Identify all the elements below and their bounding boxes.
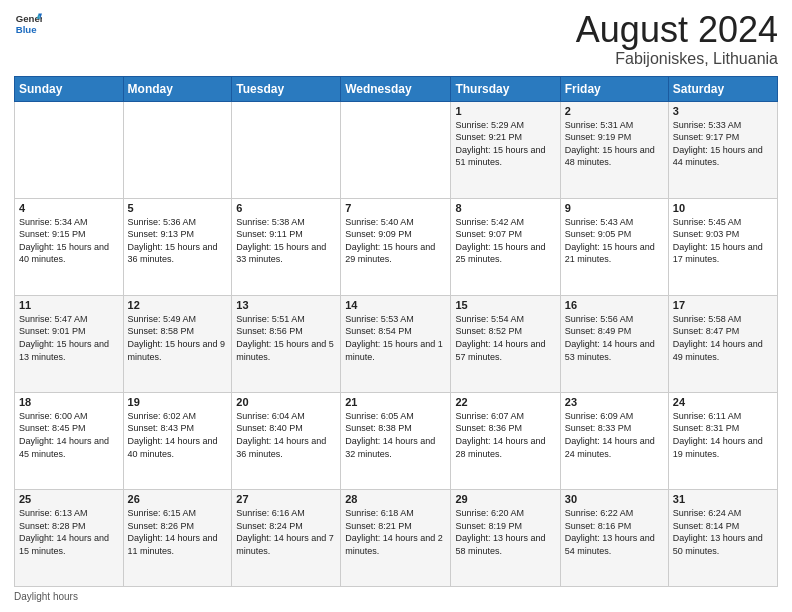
logo: General Blue: [14, 10, 42, 38]
day-info: Sunrise: 5:38 AM Sunset: 9:11 PM Dayligh…: [236, 216, 336, 266]
calendar-day-cell: 1Sunrise: 5:29 AM Sunset: 9:21 PM Daylig…: [451, 101, 560, 198]
day-info: Sunrise: 5:34 AM Sunset: 9:15 PM Dayligh…: [19, 216, 119, 266]
day-info: Sunrise: 5:58 AM Sunset: 8:47 PM Dayligh…: [673, 313, 773, 363]
day-number: 21: [345, 396, 446, 408]
day-number: 3: [673, 105, 773, 117]
day-info: Sunrise: 6:07 AM Sunset: 8:36 PM Dayligh…: [455, 410, 555, 460]
header-row: SundayMondayTuesdayWednesdayThursdayFrid…: [15, 76, 778, 101]
calendar-day-cell: 28Sunrise: 6:18 AM Sunset: 8:21 PM Dayli…: [341, 489, 451, 586]
calendar-day-cell: 26Sunrise: 6:15 AM Sunset: 8:26 PM Dayli…: [123, 489, 232, 586]
calendar-thead: SundayMondayTuesdayWednesdayThursdayFrid…: [15, 76, 778, 101]
day-info: Sunrise: 5:43 AM Sunset: 9:05 PM Dayligh…: [565, 216, 664, 266]
day-number: 10: [673, 202, 773, 214]
calendar-title: August 2024: [576, 10, 778, 50]
day-info: Sunrise: 6:16 AM Sunset: 8:24 PM Dayligh…: [236, 507, 336, 557]
calendar-day-cell: 29Sunrise: 6:20 AM Sunset: 8:19 PM Dayli…: [451, 489, 560, 586]
calendar-day-cell: [232, 101, 341, 198]
weekday-header: Tuesday: [232, 76, 341, 101]
day-number: 6: [236, 202, 336, 214]
calendar-day-cell: 5Sunrise: 5:36 AM Sunset: 9:13 PM Daylig…: [123, 198, 232, 295]
calendar-week-row: 1Sunrise: 5:29 AM Sunset: 9:21 PM Daylig…: [15, 101, 778, 198]
day-number: 29: [455, 493, 555, 505]
day-number: 11: [19, 299, 119, 311]
day-number: 22: [455, 396, 555, 408]
logo-icon: General Blue: [14, 10, 42, 38]
calendar-day-cell: 15Sunrise: 5:54 AM Sunset: 8:52 PM Dayli…: [451, 295, 560, 392]
day-info: Sunrise: 6:20 AM Sunset: 8:19 PM Dayligh…: [455, 507, 555, 557]
day-number: 23: [565, 396, 664, 408]
calendar-day-cell: 22Sunrise: 6:07 AM Sunset: 8:36 PM Dayli…: [451, 392, 560, 489]
day-number: 30: [565, 493, 664, 505]
day-number: 27: [236, 493, 336, 505]
calendar-day-cell: [15, 101, 124, 198]
day-number: 18: [19, 396, 119, 408]
day-info: Sunrise: 6:09 AM Sunset: 8:33 PM Dayligh…: [565, 410, 664, 460]
calendar-day-cell: 3Sunrise: 5:33 AM Sunset: 9:17 PM Daylig…: [668, 101, 777, 198]
day-number: 7: [345, 202, 446, 214]
day-number: 15: [455, 299, 555, 311]
calendar-week-row: 11Sunrise: 5:47 AM Sunset: 9:01 PM Dayli…: [15, 295, 778, 392]
day-number: 8: [455, 202, 555, 214]
calendar-day-cell: 24Sunrise: 6:11 AM Sunset: 8:31 PM Dayli…: [668, 392, 777, 489]
calendar-day-cell: 16Sunrise: 5:56 AM Sunset: 8:49 PM Dayli…: [560, 295, 668, 392]
calendar-day-cell: 27Sunrise: 6:16 AM Sunset: 8:24 PM Dayli…: [232, 489, 341, 586]
calendar-day-cell: 31Sunrise: 6:24 AM Sunset: 8:14 PM Dayli…: [668, 489, 777, 586]
calendar-day-cell: 18Sunrise: 6:00 AM Sunset: 8:45 PM Dayli…: [15, 392, 124, 489]
day-number: 13: [236, 299, 336, 311]
calendar-day-cell: 19Sunrise: 6:02 AM Sunset: 8:43 PM Dayli…: [123, 392, 232, 489]
calendar-table: SundayMondayTuesdayWednesdayThursdayFrid…: [14, 76, 778, 587]
day-info: Sunrise: 6:15 AM Sunset: 8:26 PM Dayligh…: [128, 507, 228, 557]
day-info: Sunrise: 5:31 AM Sunset: 9:19 PM Dayligh…: [565, 119, 664, 169]
calendar-day-cell: 6Sunrise: 5:38 AM Sunset: 9:11 PM Daylig…: [232, 198, 341, 295]
day-info: Sunrise: 5:29 AM Sunset: 9:21 PM Dayligh…: [455, 119, 555, 169]
calendar-week-row: 18Sunrise: 6:00 AM Sunset: 8:45 PM Dayli…: [15, 392, 778, 489]
day-info: Sunrise: 6:04 AM Sunset: 8:40 PM Dayligh…: [236, 410, 336, 460]
weekday-header: Wednesday: [341, 76, 451, 101]
day-info: Sunrise: 5:51 AM Sunset: 8:56 PM Dayligh…: [236, 313, 336, 363]
title-block: August 2024 Fabijoniskes, Lithuania: [576, 10, 778, 68]
day-info: Sunrise: 5:42 AM Sunset: 9:07 PM Dayligh…: [455, 216, 555, 266]
calendar-day-cell: 7Sunrise: 5:40 AM Sunset: 9:09 PM Daylig…: [341, 198, 451, 295]
day-number: 2: [565, 105, 664, 117]
day-number: 24: [673, 396, 773, 408]
calendar-day-cell: [341, 101, 451, 198]
day-number: 16: [565, 299, 664, 311]
day-info: Sunrise: 5:45 AM Sunset: 9:03 PM Dayligh…: [673, 216, 773, 266]
calendar-day-cell: 10Sunrise: 5:45 AM Sunset: 9:03 PM Dayli…: [668, 198, 777, 295]
calendar-day-cell: 13Sunrise: 5:51 AM Sunset: 8:56 PM Dayli…: [232, 295, 341, 392]
calendar-footer: Daylight hours: [14, 591, 778, 602]
day-info: Sunrise: 6:11 AM Sunset: 8:31 PM Dayligh…: [673, 410, 773, 460]
calendar-day-cell: 4Sunrise: 5:34 AM Sunset: 9:15 PM Daylig…: [15, 198, 124, 295]
day-number: 1: [455, 105, 555, 117]
calendar-week-row: 4Sunrise: 5:34 AM Sunset: 9:15 PM Daylig…: [15, 198, 778, 295]
day-info: Sunrise: 5:36 AM Sunset: 9:13 PM Dayligh…: [128, 216, 228, 266]
day-info: Sunrise: 6:24 AM Sunset: 8:14 PM Dayligh…: [673, 507, 773, 557]
calendar-day-cell: 23Sunrise: 6:09 AM Sunset: 8:33 PM Dayli…: [560, 392, 668, 489]
calendar-day-cell: 25Sunrise: 6:13 AM Sunset: 8:28 PM Dayli…: [15, 489, 124, 586]
day-info: Sunrise: 5:53 AM Sunset: 8:54 PM Dayligh…: [345, 313, 446, 363]
day-number: 9: [565, 202, 664, 214]
calendar-week-row: 25Sunrise: 6:13 AM Sunset: 8:28 PM Dayli…: [15, 489, 778, 586]
day-number: 12: [128, 299, 228, 311]
calendar-day-cell: 30Sunrise: 6:22 AM Sunset: 8:16 PM Dayli…: [560, 489, 668, 586]
day-info: Sunrise: 6:02 AM Sunset: 8:43 PM Dayligh…: [128, 410, 228, 460]
day-info: Sunrise: 6:18 AM Sunset: 8:21 PM Dayligh…: [345, 507, 446, 557]
footer-label: Daylight hours: [14, 591, 78, 602]
day-number: 25: [19, 493, 119, 505]
day-info: Sunrise: 6:05 AM Sunset: 8:38 PM Dayligh…: [345, 410, 446, 460]
calendar-day-cell: 2Sunrise: 5:31 AM Sunset: 9:19 PM Daylig…: [560, 101, 668, 198]
calendar-tbody: 1Sunrise: 5:29 AM Sunset: 9:21 PM Daylig…: [15, 101, 778, 586]
calendar-day-cell: 8Sunrise: 5:42 AM Sunset: 9:07 PM Daylig…: [451, 198, 560, 295]
weekday-header: Friday: [560, 76, 668, 101]
day-number: 31: [673, 493, 773, 505]
weekday-header: Sunday: [15, 76, 124, 101]
day-info: Sunrise: 6:00 AM Sunset: 8:45 PM Dayligh…: [19, 410, 119, 460]
calendar-container: General Blue August 2024 Fabijoniskes, L…: [0, 0, 792, 612]
day-info: Sunrise: 5:40 AM Sunset: 9:09 PM Dayligh…: [345, 216, 446, 266]
calendar-day-cell: 21Sunrise: 6:05 AM Sunset: 8:38 PM Dayli…: [341, 392, 451, 489]
day-number: 17: [673, 299, 773, 311]
weekday-header: Monday: [123, 76, 232, 101]
calendar-header: General Blue August 2024 Fabijoniskes, L…: [14, 10, 778, 68]
day-info: Sunrise: 5:49 AM Sunset: 8:58 PM Dayligh…: [128, 313, 228, 363]
calendar-day-cell: 20Sunrise: 6:04 AM Sunset: 8:40 PM Dayli…: [232, 392, 341, 489]
